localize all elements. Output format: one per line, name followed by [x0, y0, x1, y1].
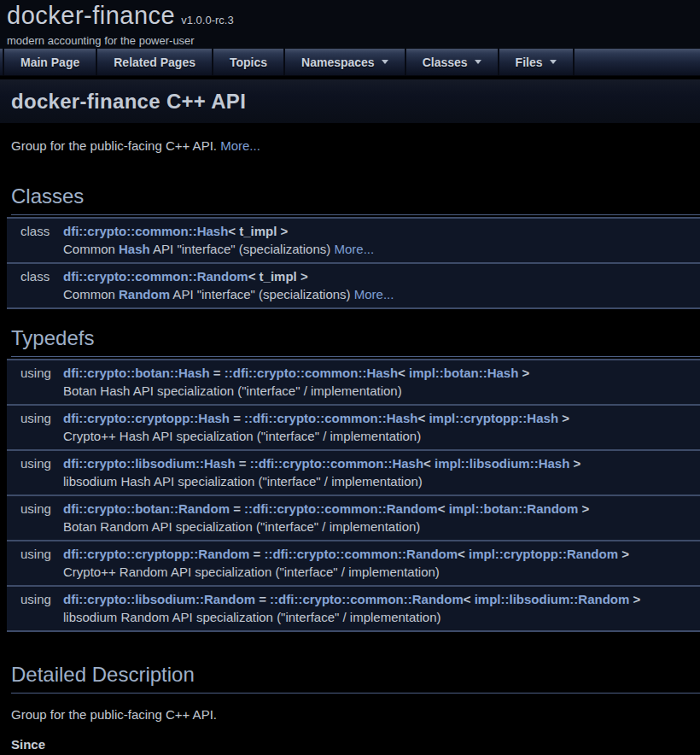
- class-row: class dfi::crypto::common::Hash< t_impl …: [7, 217, 700, 262]
- member-keyword: using: [7, 545, 63, 563]
- page-title: docker-finance C++ API: [11, 90, 246, 114]
- angle-close: >: [618, 547, 629, 561]
- equals-sign: =: [210, 366, 225, 380]
- nav-tab-main-page[interactable]: Main Page: [4, 49, 97, 75]
- member-description: libsodium Hash API specialization ("inte…: [63, 472, 700, 490]
- nav-tab-label: Related Pages: [114, 56, 195, 69]
- base-class-link[interactable]: ::dfi::crypto::common::Random: [264, 547, 458, 561]
- member-name-line: dfi::crypto::cryptopp::Hash = ::dfi::cry…: [63, 409, 700, 427]
- class-link[interactable]: Random: [119, 287, 170, 301]
- project-version: v1.0.0-rc.3: [181, 14, 233, 26]
- desc-text: Common: [63, 287, 119, 301]
- equals-sign: =: [249, 547, 264, 561]
- detailed-description-text: Group for the public-facing C++ API.: [11, 707, 700, 722]
- typedef-link[interactable]: dfi::crypto::cryptopp::Hash: [63, 411, 230, 425]
- equals-sign: =: [230, 411, 244, 425]
- project-name: docker-finance: [7, 2, 175, 29]
- nav-tab-namespaces[interactable]: Namespaces: [285, 49, 406, 75]
- nav-tab-label: Classes: [423, 56, 468, 69]
- angle-close: >: [518, 366, 529, 380]
- classes-heading: Classes: [11, 184, 700, 215]
- angle-close: >: [569, 456, 580, 471]
- class-link[interactable]: Hash: [119, 242, 150, 256]
- nav-tab-classes[interactable]: Classes: [406, 49, 499, 75]
- angle-close: >: [578, 501, 589, 516]
- member-description: Common Random API "interface" (specializ…: [63, 285, 700, 303]
- nav-tab-topics[interactable]: Topics: [213, 49, 285, 75]
- member-keyword: using: [7, 364, 63, 382]
- typedef-row: using dfi::crypto::botan::Random = ::dfi…: [7, 495, 700, 540]
- nav-tab-related-pages[interactable]: Related Pages: [97, 49, 213, 75]
- more-link[interactable]: More...: [354, 287, 394, 301]
- angle-close: >: [629, 592, 640, 606]
- member-name-line: dfi::crypto::libsodium::Hash = ::dfi::cr…: [63, 454, 700, 472]
- member-name-line: dfi::crypto::common::Random< t_impl >: [63, 267, 700, 285]
- base-class-link[interactable]: ::dfi::crypto::common::Random: [244, 501, 438, 516]
- member-keyword: using: [7, 500, 63, 518]
- angle-open: <: [398, 366, 409, 380]
- project-name-row: docker-financev1.0.0-rc.3: [7, 2, 700, 30]
- member-description: Common Hash API "interface" (specializat…: [63, 240, 700, 258]
- intro-text: Group for the public-facing C++ API.: [11, 138, 217, 153]
- template-args: < t_impl >: [248, 269, 308, 284]
- desc-text: API "interface" (specializations): [170, 287, 354, 301]
- impl-class-link[interactable]: impl::libsodium::Random: [475, 592, 630, 606]
- member-name-line: dfi::crypto::botan::Random = ::dfi::cryp…: [63, 500, 700, 518]
- equals-sign: =: [230, 501, 244, 516]
- typedefs-heading: Typedefs: [11, 326, 700, 357]
- desc-text: Common: [63, 242, 119, 256]
- base-class-link[interactable]: ::dfi::crypto::common::Hash: [244, 411, 417, 425]
- nav-tab-label: Files: [516, 56, 543, 69]
- member-keyword: class: [7, 267, 63, 285]
- chevron-down-icon: [550, 60, 557, 64]
- member-name-line: dfi::crypto::cryptopp::Random = ::dfi::c…: [63, 545, 700, 563]
- impl-class-link[interactable]: impl::botan::Random: [449, 501, 579, 516]
- template-args: < t_impl >: [228, 224, 288, 238]
- base-class-link[interactable]: ::dfi::crypto::common::Hash: [250, 456, 423, 471]
- member-description: libsodium Random API specialization ("in…: [63, 608, 700, 626]
- base-class-link[interactable]: ::dfi::crypto::common::Hash: [225, 366, 398, 380]
- member-name-line: dfi::crypto::botan::Hash = ::dfi::crypto…: [63, 364, 700, 382]
- page-header: docker-finance C++ API: [0, 79, 700, 123]
- member-description: Botan Hash API specialization ("interfac…: [63, 382, 700, 400]
- member-keyword: using: [7, 409, 63, 427]
- typedef-link[interactable]: dfi::crypto::libsodium::Random: [63, 592, 255, 606]
- typedef-link[interactable]: dfi::crypto::cryptopp::Random: [63, 547, 249, 561]
- typedef-row: using dfi::crypto::libsodium::Random = :…: [7, 585, 700, 632]
- project-brief: modern accounting for the power-user: [7, 34, 700, 47]
- intro-paragraph: Group for the public-facing C++ API. Mor…: [11, 138, 700, 153]
- member-description: Crypto++ Random API specialization ("int…: [63, 563, 700, 581]
- impl-class-link[interactable]: impl::botan::Hash: [409, 366, 518, 380]
- chevron-down-icon: [382, 60, 388, 64]
- member-keyword: using: [7, 454, 63, 472]
- more-link[interactable]: More...: [220, 138, 260, 153]
- class-link[interactable]: dfi::crypto::common::Random: [63, 269, 248, 284]
- since-block: Since docker-finance 1.0.0: [11, 737, 700, 755]
- angle-open: <: [438, 501, 449, 516]
- nav-tab-files[interactable]: Files: [499, 49, 575, 75]
- angle-open: <: [464, 592, 475, 606]
- member-description: Crypto++ Hash API specialization ("inter…: [63, 427, 700, 445]
- detailed-description-heading: Detailed Description: [11, 663, 700, 694]
- impl-class-link[interactable]: impl::cryptopp::Random: [469, 547, 618, 561]
- typedef-row: using dfi::crypto::botan::Hash = ::dfi::…: [7, 359, 700, 404]
- nav-tab-label: Topics: [230, 56, 267, 69]
- typedef-link[interactable]: dfi::crypto::libsodium::Hash: [63, 456, 236, 471]
- class-row: class dfi::crypto::common::Random< t_imp…: [7, 262, 700, 309]
- angle-open: <: [423, 456, 435, 471]
- typedef-link[interactable]: dfi::crypto::botan::Random: [63, 501, 230, 516]
- more-link[interactable]: More...: [334, 242, 374, 256]
- member-description: Botan Random API specialization ("interf…: [63, 518, 700, 536]
- impl-class-link[interactable]: impl::libsodium::Hash: [435, 456, 569, 471]
- typedef-row: using dfi::crypto::cryptopp::Random = ::…: [7, 540, 700, 585]
- nav-tab-label: Main Page: [20, 56, 79, 69]
- impl-class-link[interactable]: impl::cryptopp::Hash: [429, 411, 558, 425]
- equals-sign: =: [255, 592, 270, 606]
- base-class-link[interactable]: ::dfi::crypto::common::Random: [270, 592, 464, 606]
- typedef-link[interactable]: dfi::crypto::botan::Hash: [63, 366, 210, 380]
- member-keyword: class: [7, 222, 63, 240]
- classes-table: class dfi::crypto::common::Hash< t_impl …: [7, 217, 700, 309]
- typedefs-table: using dfi::crypto::botan::Hash = ::dfi::…: [7, 359, 700, 632]
- member-name-line: dfi::crypto::common::Hash< t_impl >: [63, 222, 700, 240]
- class-link[interactable]: dfi::crypto::common::Hash: [63, 224, 228, 238]
